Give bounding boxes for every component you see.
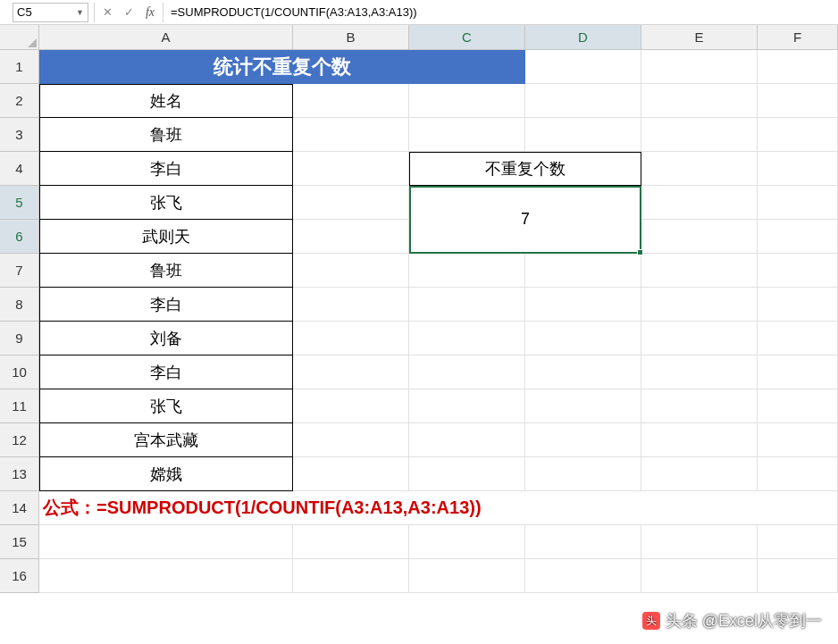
cell-A12[interactable]: 宫本武藏: [39, 423, 293, 457]
column-header-A[interactable]: A: [39, 25, 293, 50]
row-header-14[interactable]: 14: [0, 491, 39, 525]
spreadsheet-grid[interactable]: ABCDEF1统计不重复个数2姓名3鲁班4李白不重复个数5张飞76武则天7鲁班8…: [0, 25, 838, 593]
cell-D9[interactable]: [525, 322, 641, 355]
cell-F9[interactable]: [758, 322, 838, 355]
cell-D11[interactable]: [525, 389, 641, 423]
cell-E15[interactable]: [641, 525, 758, 559]
unique-count-value[interactable]: 7: [409, 186, 641, 254]
row-header-3[interactable]: 3: [0, 118, 39, 152]
cell-E10[interactable]: [641, 355, 758, 389]
cell-E13[interactable]: [641, 457, 758, 491]
formula-note[interactable]: 公式：=SUMPRODUCT(1/COUNTIF(A3:A13,A3:A13)): [39, 491, 838, 525]
cell-B4[interactable]: [293, 152, 409, 186]
cell-F7[interactable]: [758, 254, 838, 288]
cell-B3[interactable]: [293, 118, 409, 152]
cell-C8[interactable]: [409, 288, 525, 322]
cell-C13[interactable]: [409, 457, 525, 491]
cell-B13[interactable]: [293, 457, 409, 491]
cell-D8[interactable]: [525, 288, 641, 322]
cell-B10[interactable]: [293, 355, 409, 389]
row-header-15[interactable]: 15: [0, 525, 39, 559]
row-header-8[interactable]: 8: [0, 288, 39, 322]
cell-A15[interactable]: [39, 525, 293, 559]
cell-B7[interactable]: [293, 254, 409, 288]
cell-C2[interactable]: [409, 84, 525, 118]
column-header-C[interactable]: C: [409, 25, 525, 50]
row-header-5[interactable]: 5: [0, 186, 39, 220]
cell-B11[interactable]: [293, 389, 409, 423]
cell-F3[interactable]: [758, 118, 838, 152]
cell-F5[interactable]: [758, 186, 838, 220]
cell-D10[interactable]: [525, 355, 641, 389]
cell-E1[interactable]: [641, 50, 758, 84]
cell-B15[interactable]: [293, 525, 409, 559]
cell-C16[interactable]: [409, 559, 525, 593]
column-header-E[interactable]: E: [641, 25, 758, 50]
column-header-D[interactable]: D: [525, 25, 641, 50]
cell-F11[interactable]: [758, 389, 838, 423]
cell-A6[interactable]: 武则天: [39, 220, 293, 254]
row-header-13[interactable]: 13: [0, 457, 39, 491]
cancel-icon[interactable]: ✕: [96, 3, 118, 22]
cell-F16[interactable]: [758, 559, 838, 593]
title-header[interactable]: 统计不重复个数: [39, 50, 525, 84]
cell-C12[interactable]: [409, 423, 525, 457]
cell-C7[interactable]: [409, 254, 525, 288]
cell-F10[interactable]: [758, 355, 838, 389]
row-header-6[interactable]: 6: [0, 220, 39, 254]
cell-D1[interactable]: [525, 50, 641, 84]
cell-C10[interactable]: [409, 355, 525, 389]
cell-C15[interactable]: [409, 525, 525, 559]
cell-B5[interactable]: [293, 186, 409, 220]
cell-E16[interactable]: [641, 559, 758, 593]
cell-A8[interactable]: 李白: [39, 288, 293, 322]
cell-B6[interactable]: [293, 220, 409, 254]
cell-C9[interactable]: [409, 322, 525, 355]
cell-B16[interactable]: [293, 559, 409, 593]
cell-A10[interactable]: 李白: [39, 355, 293, 389]
row-header-7[interactable]: 7: [0, 254, 39, 288]
cell-D2[interactable]: [525, 84, 641, 118]
cell-A3[interactable]: 鲁班: [39, 118, 293, 152]
cell-D7[interactable]: [525, 254, 641, 288]
cell-A4[interactable]: 李白: [39, 152, 293, 186]
cell-E11[interactable]: [641, 389, 758, 423]
cell-D13[interactable]: [525, 457, 641, 491]
cell-E9[interactable]: [641, 322, 758, 355]
cell-B12[interactable]: [293, 423, 409, 457]
cell-F15[interactable]: [758, 525, 838, 559]
cell-E12[interactable]: [641, 423, 758, 457]
row-header-11[interactable]: 11: [0, 389, 39, 423]
name-box-dropdown-icon[interactable]: ▼: [76, 8, 84, 17]
cell-C3[interactable]: [409, 118, 525, 152]
cell-A11[interactable]: 张飞: [39, 389, 293, 423]
cell-E4[interactable]: [641, 152, 758, 186]
cell-F12[interactable]: [758, 423, 838, 457]
cell-F2[interactable]: [758, 84, 838, 118]
select-all[interactable]: [0, 25, 39, 50]
cell-A7[interactable]: 鲁班: [39, 254, 293, 288]
cell-A13[interactable]: 嫦娥: [39, 457, 293, 491]
cell-F4[interactable]: [758, 152, 838, 186]
cell-E6[interactable]: [641, 220, 758, 254]
cell-E7[interactable]: [641, 254, 758, 288]
cell-D3[interactable]: [525, 118, 641, 152]
cell-E5[interactable]: [641, 186, 758, 220]
cell-F13[interactable]: [758, 457, 838, 491]
cell-E3[interactable]: [641, 118, 758, 152]
cell-D12[interactable]: [525, 423, 641, 457]
cell-D16[interactable]: [525, 559, 641, 593]
row-header-9[interactable]: 9: [0, 322, 39, 355]
row-header-1[interactable]: 1: [0, 50, 39, 84]
fx-icon[interactable]: fx: [139, 3, 161, 22]
cell-D15[interactable]: [525, 525, 641, 559]
formula-input[interactable]: =SUMPRODUCT(1/COUNTIF(A3:A13,A3:A13)): [165, 3, 838, 22]
cell-A9[interactable]: 刘备: [39, 322, 293, 355]
cell-B8[interactable]: [293, 288, 409, 322]
name-box[interactable]: C5 ▼: [13, 3, 88, 22]
row-header-4[interactable]: 4: [0, 152, 39, 186]
cell-F8[interactable]: [758, 288, 838, 322]
row-header-2[interactable]: 2: [0, 84, 39, 118]
cell-A16[interactable]: [39, 559, 293, 593]
column-header-F[interactable]: F: [758, 25, 838, 50]
